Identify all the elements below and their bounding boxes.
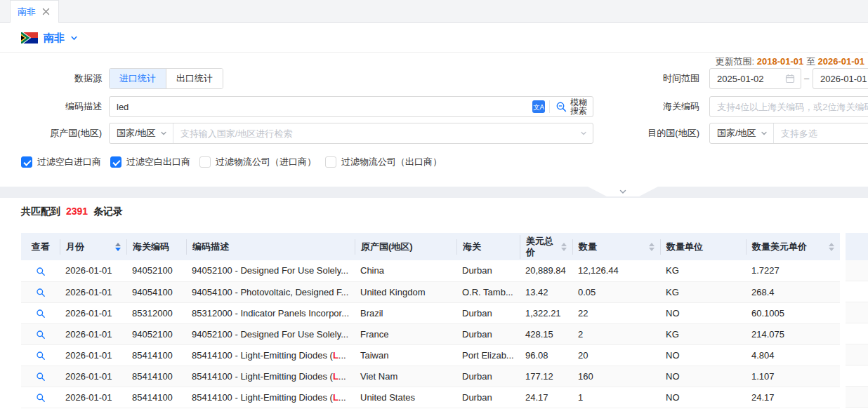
cell-total-usd: 20,889.84 [520, 260, 572, 281]
table-row: 2026-01-018541410085414100 - Light-Emitt… [21, 344, 840, 366]
calendar-icon[interactable] [785, 74, 795, 83]
cell-customs: Durban [456, 366, 520, 387]
view-row-button[interactable] [36, 351, 46, 361]
checkbox-filter-logistics-importer[interactable]: 过滤物流公司（进口商） [199, 156, 316, 168]
country-header: 南非 [0, 24, 868, 53]
caret-down-icon [561, 248, 567, 251]
cell-total-usd: 13.42 [520, 281, 572, 302]
magnifier-icon [555, 101, 567, 113]
table-body: 2026-01-019405210094052100 - Designed Fo… [21, 260, 840, 408]
collapse-filter-button[interactable] [588, 187, 658, 196]
cell-hs-code: 85414100 [126, 387, 186, 408]
date-start-field[interactable] [709, 68, 801, 89]
checkbox-filter-blank-importer[interactable]: 过滤空白进口商 [21, 156, 101, 168]
south-africa-flag-icon [21, 32, 38, 43]
cell-view [21, 260, 60, 281]
tab-import-stats[interactable]: 进口统计 [110, 69, 166, 88]
sort-control[interactable] [645, 243, 655, 251]
sort-control[interactable] [557, 243, 567, 251]
column-header-unit-price[interactable]: 数量美元单价 [746, 233, 840, 260]
caret-up-icon [561, 243, 567, 246]
dest-country-search-input[interactable] [774, 124, 868, 142]
chevron-down-icon[interactable] [70, 34, 78, 42]
table-header-row: 查看 月份 海关编码 编码描述 原产国(地区) 海关 美元总价 [21, 233, 840, 260]
cell-view [21, 387, 60, 408]
cell-unit: NO [660, 387, 746, 408]
cell-unit-price: 4.804 [746, 344, 840, 366]
column-header-description: 编码描述 [186, 233, 355, 260]
column-header-total-usd[interactable]: 美元总价 [520, 233, 572, 260]
checkbox-icon [110, 156, 121, 168]
tab-export-stats[interactable]: 出口统计 [166, 69, 223, 88]
code-desc-field: 文A 模糊 搜索 [109, 96, 593, 117]
cell-view [21, 302, 60, 323]
column-header-month[interactable]: 月份 [60, 233, 126, 260]
cell-origin: Taiwan [355, 344, 456, 366]
cell-quantity: 2 [572, 323, 660, 344]
column-header-customs: 海关 [456, 233, 520, 260]
code-desc-label: 编码描述 [0, 96, 102, 117]
sort-control[interactable] [824, 243, 834, 251]
view-row-button[interactable] [36, 267, 46, 276]
column-header-origin: 原产国(地区) [355, 233, 456, 260]
checkbox-filter-logistics-exporter[interactable]: 过滤物流公司（出口商） [325, 156, 442, 168]
table-row: 2026-01-019405410094054100 - Photovoltai… [21, 281, 840, 302]
country-name[interactable]: 南非 [44, 32, 65, 45]
cell-hs-code: 85414100 [126, 344, 186, 366]
translate-icon[interactable]: 文A [532, 100, 545, 113]
cell-total-usd: 177.12 [520, 366, 572, 387]
cell-unit-price: 214.075 [746, 323, 840, 344]
caret-down-icon [115, 248, 121, 251]
close-icon[interactable] [42, 8, 50, 15]
view-row-button[interactable] [36, 288, 46, 297]
hs-code-input[interactable] [710, 98, 868, 116]
update-range-end: 2026-01-01 [818, 56, 865, 67]
view-row-button[interactable] [36, 393, 46, 403]
column-header-quantity[interactable]: 数量 [572, 233, 660, 260]
origin-country-search-input[interactable] [173, 124, 580, 142]
hs-code-label: 海关编码 [597, 96, 699, 117]
cell-origin: France [355, 323, 456, 344]
checkbox-icon [21, 156, 32, 168]
data-source-switch: 进口统计 出口统计 [109, 68, 223, 89]
divider [549, 100, 550, 113]
code-desc-input[interactable] [110, 98, 532, 116]
date-end-input[interactable] [813, 69, 868, 88]
filter-panel: 更新范围: 2018-01-01 至 2026-01-01 数据源 进口统计 出… [0, 53, 868, 187]
dest-country-label: 目的国(地区) [597, 123, 699, 144]
magnifier-icon [36, 393, 46, 403]
checkbox-filter-blank-exporter[interactable]: 过滤空白出口商 [110, 156, 190, 168]
update-range-start: 2018-01-01 [757, 56, 804, 67]
view-row-button[interactable] [36, 330, 46, 340]
cell-month: 2026-01-01 [60, 366, 126, 387]
view-row-button[interactable] [36, 372, 46, 382]
origin-country-type-select[interactable]: 国家/地区 [110, 123, 173, 143]
date-range-separator: – [804, 68, 809, 89]
date-end-field[interactable] [813, 68, 868, 89]
tab-south-africa[interactable]: 南非 [10, 0, 59, 23]
cell-unit-price: 24.17 [746, 387, 840, 408]
cell-view [21, 281, 60, 302]
checkbox-icon [325, 156, 336, 168]
cell-month: 2026-01-01 [60, 260, 126, 281]
hs-code-field [709, 96, 868, 117]
cell-quantity: 160 [572, 366, 660, 387]
dest-country-type-select[interactable]: 国家/地区 [710, 123, 774, 143]
view-row-button[interactable] [36, 309, 46, 319]
cell-unit-price: 60.1005 [746, 302, 840, 323]
fuzzy-search-button[interactable]: 模糊 搜索 [555, 98, 593, 115]
date-start-input[interactable] [710, 69, 785, 88]
column-header-view: 查看 [21, 233, 60, 260]
table-row: 2026-01-019405210094052100 - Designed Fo… [21, 260, 840, 281]
cell-hs-code: 85414100 [126, 366, 186, 387]
cell-origin: Viet Nam [355, 366, 456, 387]
caret-down-icon [829, 248, 834, 251]
cell-unit-price: 268.4 [746, 281, 840, 302]
overflow-row [846, 323, 868, 344]
magnifier-icon [36, 372, 46, 382]
origin-country-field: 国家/地区 [109, 123, 593, 144]
chevron-down-icon[interactable] [580, 130, 593, 137]
cell-quantity: 20 [572, 344, 660, 366]
result-summary: 共匹配到 2391 条记录 [21, 206, 123, 218]
sort-control[interactable] [111, 243, 121, 251]
